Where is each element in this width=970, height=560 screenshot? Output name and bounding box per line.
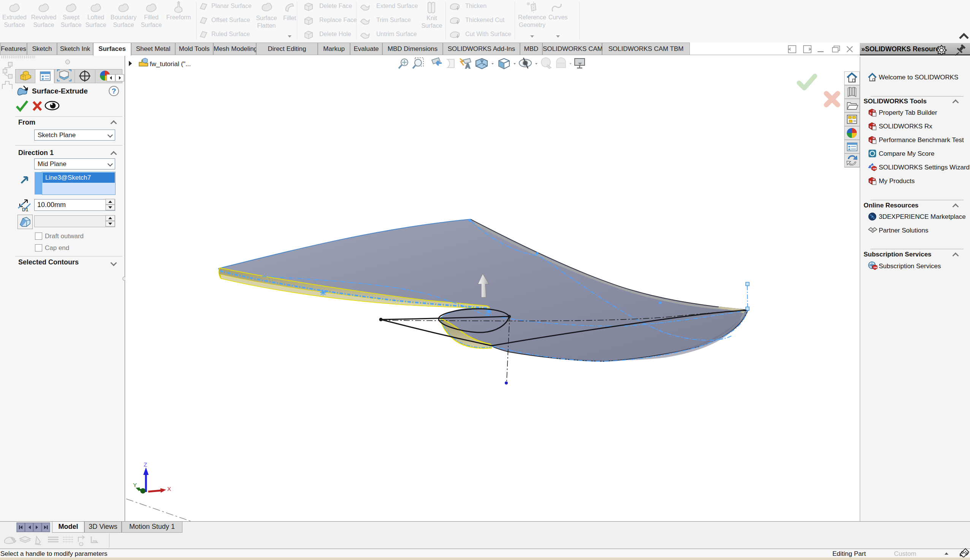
svg-text:W: W: [873, 178, 875, 180]
svg-text:X: X: [167, 485, 171, 492]
svg-text:S: S: [870, 140, 871, 142]
svg-text:Y: Y: [133, 482, 137, 488]
svg-text:S: S: [870, 112, 871, 115]
svg-text:SW: SW: [873, 266, 877, 268]
svg-text:S: S: [870, 126, 871, 128]
svg-text:Z: Z: [144, 461, 147, 468]
svg-text:W: W: [873, 110, 875, 112]
svg-text:W: W: [873, 123, 875, 126]
svg-text:S: S: [870, 180, 871, 183]
svg-text:SW: SW: [873, 168, 877, 170]
svg-text:W: W: [873, 137, 875, 140]
svg-text:D1: D1: [22, 207, 28, 212]
